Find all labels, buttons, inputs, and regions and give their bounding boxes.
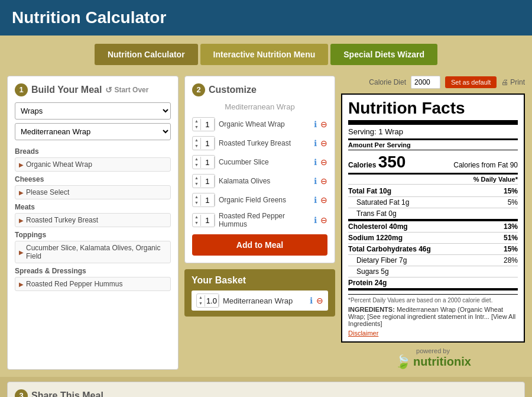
qty-box: ▲▼ 1 <box>192 174 215 188</box>
nf-disclaimer[interactable]: Disclaimer <box>348 330 518 337</box>
printer-icon: 🖨 <box>501 78 508 86</box>
nutrition-panel: Calorie Diet Set as default 🖨 Print Nutr… <box>341 76 525 370</box>
basket-qty-arrows[interactable]: ▲▼ <box>197 294 205 307</box>
qty-box: ▲▼ 1 <box>192 117 215 131</box>
build-section-label: Build Your Meal <box>31 85 102 95</box>
spreads-item: ▶ Roasted Red Pepper Hummus <box>15 277 171 291</box>
ingredient-name: Kalamata Olives <box>219 177 310 185</box>
powered-by: powered by 🍃 nutritionix <box>341 347 525 370</box>
qty-arrows[interactable]: ▲▼ <box>193 156 200 169</box>
share-section-number: 3 <box>15 389 28 397</box>
customize-section-label: Customize <box>209 85 257 95</box>
calorie-diet-input[interactable] <box>411 76 440 89</box>
qty-box: ▲▼ 1 <box>192 136 215 150</box>
triangle-icon: ▶ <box>19 162 24 168</box>
basket-title: Your Basket <box>192 275 328 286</box>
triangle-icon: ▶ <box>19 189 24 196</box>
calorie-diet-label: Calorie Diet <box>369 78 406 86</box>
remove-icon[interactable]: ⊖ <box>320 215 327 225</box>
build-meal-panel: 1 Build Your Meal ↺ Start Over Wraps Med… <box>7 76 179 370</box>
remove-icon[interactable]: ⊖ <box>320 195 327 205</box>
customize-subtitle: Mediterranean Wrap <box>192 102 327 111</box>
middle-column: 2 Customize Mediterranean Wrap ▲▼ 1 Orga… <box>184 76 335 370</box>
print-button[interactable]: 🖨 Print <box>501 78 525 86</box>
meats-label: Meats <box>15 203 171 211</box>
qty-box: ▲▼ 1 <box>192 213 215 227</box>
triangle-icon: ▶ <box>19 217 24 224</box>
ingredient-name: Roasted Turkey Breast <box>219 139 310 147</box>
nf-saturated-fat: Saturated Fat 1g 5% <box>348 197 518 208</box>
ingredient-name: Roasted Red Pepper Hummus <box>219 212 310 228</box>
toppings-label: Toppings <box>15 231 171 239</box>
nf-sodium: Sodium 1220mg 51% <box>348 233 518 244</box>
spreads-label: Spreads & Dressings <box>15 267 171 275</box>
qty-arrows[interactable]: ▲▼ <box>193 137 200 150</box>
info-icon[interactable]: ℹ <box>314 195 317 205</box>
ingredient-row: ▲▼ 1 Cucumber Slice ℹ ⊖ <box>192 155 327 169</box>
category-select[interactable]: Wraps <box>15 102 171 120</box>
powered-by-label: powered by <box>341 347 525 354</box>
page-title: Nutrition Calculator <box>12 8 520 27</box>
share-section: 3 Share This Meal Share URL Share <box>7 382 525 397</box>
nutritionix-logo: 🍃 nutritionix <box>341 354 525 370</box>
nf-calories-value: 350 <box>378 153 406 171</box>
basket-qty-number: 1.0 <box>205 295 219 306</box>
remove-icon[interactable]: ⊖ <box>320 157 327 167</box>
item-select[interactable]: Mediterranean Wrap <box>15 123 171 140</box>
share-section-label: Share This Meal <box>31 390 103 397</box>
nf-dietary-fiber: Dietary Fiber 7g 28% <box>348 255 518 266</box>
cheeses-label: Cheeses <box>15 175 171 183</box>
info-icon[interactable]: ℹ <box>314 138 317 148</box>
qty-number: 1 <box>200 119 215 130</box>
start-over-button[interactable]: ↺ Start Over <box>105 85 148 95</box>
nutrition-facts-panel: Nutrition Facts Serving: 1 Wrap Amount P… <box>341 93 525 343</box>
remove-icon[interactable]: ⊖ <box>320 176 327 186</box>
info-icon[interactable]: ℹ <box>314 176 317 186</box>
basket-remove-icon[interactable]: ⊖ <box>316 296 323 305</box>
add-to-meal-button[interactable]: Add to Meal <box>192 234 327 256</box>
nf-sugars: Sugars 5g <box>348 266 518 277</box>
qty-arrows[interactable]: ▲▼ <box>193 214 200 227</box>
ingredient-name: Cucumber Slice <box>219 158 310 166</box>
info-icon[interactable]: ℹ <box>314 157 317 167</box>
basket-item-name: Mediterranean Wrap <box>223 296 306 305</box>
remove-icon[interactable]: ⊖ <box>320 120 327 129</box>
nf-serving: Serving: 1 Wrap <box>348 127 518 136</box>
breads-label: Breads <box>15 147 171 156</box>
basket-info-icon[interactable]: ℹ <box>310 296 313 305</box>
qty-number: 1 <box>200 215 215 226</box>
nf-amount-label: Amount Per Serving <box>348 138 518 150</box>
ingredient-name: Organic Wheat Wrap <box>219 120 310 128</box>
cheeses-item: ▶ Please Select <box>15 185 171 199</box>
ingredient-row: ▲▼ 1 Roasted Red Pepper Hummus ℹ ⊖ <box>192 212 327 228</box>
ingredient-row: ▲▼ 1 Organic Field Greens ℹ ⊖ <box>192 193 327 207</box>
breads-item: ▶ Organic Wheat Wrap <box>15 157 171 172</box>
share-title: 3 Share This Meal <box>15 389 517 397</box>
tab-nutrition-calculator[interactable]: Nutrition Calculator <box>95 44 198 65</box>
leaf-icon: 🍃 <box>395 354 411 370</box>
set-default-button[interactable]: Set as default <box>445 76 497 88</box>
nf-ingredients-label: INGREDIENTS: <box>348 306 395 313</box>
nf-ingredients: INGREDIENTS: Mediterranean Wrap (Organic… <box>348 306 518 327</box>
build-section-number: 1 <box>15 83 28 96</box>
qty-arrows[interactable]: ▲▼ <box>193 193 200 206</box>
tab-special-diets[interactable]: Special Diets Wizard <box>330 44 437 65</box>
nf-footnote: *Percent Daily Values are based on a 200… <box>348 294 518 304</box>
basket-panel: Your Basket ▲▼ 1.0 Mediterranean Wrap ℹ … <box>184 269 335 317</box>
qty-arrows[interactable]: ▲▼ <box>193 118 200 131</box>
customize-panel: 2 Customize Mediterranean Wrap ▲▼ 1 Orga… <box>184 76 335 263</box>
qty-number: 1 <box>200 157 215 168</box>
remove-icon[interactable]: ⊖ <box>320 138 327 148</box>
main-content: 1 Build Your Meal ↺ Start Over Wraps Med… <box>0 71 532 377</box>
triangle-icon: ▶ <box>19 281 24 288</box>
nf-trans-fat: Trans Fat 0g <box>348 208 518 221</box>
basket-qty-box: ▲▼ 1.0 <box>196 293 219 308</box>
qty-number: 1 <box>200 138 215 149</box>
tab-interactive-menu[interactable]: Interactive Nutrition Menu <box>200 44 329 65</box>
qty-arrows[interactable]: ▲▼ <box>193 175 200 188</box>
calorie-diet-bar: Calorie Diet Set as default 🖨 Print <box>341 76 525 89</box>
info-icon[interactable]: ℹ <box>314 120 317 129</box>
info-icon[interactable]: ℹ <box>314 215 317 225</box>
customize-section-number: 2 <box>192 83 205 96</box>
ingredient-row: ▲▼ 1 Kalamata Olives ℹ ⊖ <box>192 174 327 188</box>
